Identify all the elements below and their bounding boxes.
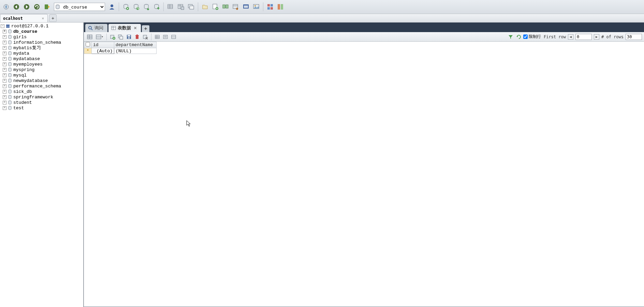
svg-rect-75 bbox=[135, 35, 139, 36]
expand-icon[interactable]: + bbox=[3, 52, 6, 55]
svg-rect-20 bbox=[181, 7, 184, 10]
refresh-data-button[interactable] bbox=[515, 33, 523, 41]
num-rows-input[interactable] bbox=[626, 34, 642, 40]
tree-root-label: root@127.0.0.1 bbox=[11, 24, 48, 29]
grid-view-button[interactable] bbox=[86, 33, 93, 41]
tree-db-node[interactable]: +mybatis复习 bbox=[0, 45, 83, 51]
table-export-csv-button[interactable] bbox=[231, 2, 240, 12]
form-view-button[interactable]: ▾ bbox=[94, 33, 104, 41]
tree-db-node[interactable]: +myemployees bbox=[0, 61, 83, 67]
duplicate-row-button[interactable] bbox=[117, 33, 125, 41]
expand-icon[interactable]: + bbox=[3, 84, 6, 88]
delete-row-button[interactable] bbox=[133, 33, 141, 41]
column-header-departmentname[interactable]: departmentName bbox=[114, 42, 157, 48]
svg-point-32 bbox=[254, 5, 256, 6]
expand-icon[interactable]: + bbox=[3, 46, 6, 50]
new-connection-button[interactable] bbox=[1, 2, 11, 12]
expand-icon[interactable]: + bbox=[3, 35, 6, 39]
expand-icon[interactable]: + bbox=[3, 101, 6, 104]
image-tool-button[interactable] bbox=[251, 2, 261, 12]
tab-query[interactable]: 询问 bbox=[85, 24, 107, 32]
db-export-button[interactable] bbox=[142, 2, 151, 12]
schema-compare-button[interactable] bbox=[265, 2, 275, 12]
row-pager: First row ◀ ▶ # of rows bbox=[544, 34, 642, 40]
collapse-icon[interactable]: − bbox=[1, 24, 4, 28]
nav-forward-button[interactable] bbox=[22, 2, 31, 12]
expand-icon[interactable]: + bbox=[3, 57, 6, 61]
first-row-input[interactable] bbox=[575, 34, 592, 40]
data-compare-button[interactable] bbox=[276, 2, 285, 12]
nav-back-button[interactable] bbox=[12, 2, 21, 12]
open-file-button[interactable] bbox=[200, 2, 210, 12]
execute-query-button[interactable] bbox=[42, 2, 52, 12]
tree-db-node[interactable]: +newmydatabase bbox=[0, 78, 83, 83]
view-text-button[interactable] bbox=[162, 33, 169, 41]
tree-db-label: student bbox=[13, 100, 32, 105]
expand-icon[interactable]: + bbox=[3, 90, 6, 94]
tree-db-node[interactable]: +girls bbox=[0, 34, 83, 40]
data-grid[interactable]: id departmentName *(Auto)(NULL) bbox=[84, 42, 644, 306]
tree-db-node[interactable]: +db_course bbox=[0, 29, 83, 34]
tab-tabledata-label: 表数据 bbox=[118, 25, 131, 31]
tree-db-node[interactable]: +mydatabase bbox=[0, 56, 83, 61]
column-header-id[interactable]: id bbox=[92, 42, 114, 48]
db-import-button[interactable] bbox=[152, 2, 161, 12]
filter-button[interactable] bbox=[507, 33, 514, 41]
tree-db-node[interactable]: +performance_schema bbox=[0, 83, 83, 89]
view-grid-button[interactable] bbox=[153, 33, 161, 41]
next-page-button[interactable]: ▶ bbox=[594, 34, 599, 40]
db-refresh-button[interactable] bbox=[131, 2, 141, 12]
table-alter-button[interactable] bbox=[176, 2, 186, 12]
limit-rows-checkbox[interactable]: 限制行 bbox=[523, 34, 541, 40]
tree-db-node[interactable]: +sick_db bbox=[0, 89, 83, 94]
tree-db-node[interactable]: +student bbox=[0, 100, 83, 105]
database-selector[interactable]: db_course bbox=[54, 3, 105, 11]
database-icon bbox=[8, 40, 12, 45]
save-row-button[interactable] bbox=[125, 33, 133, 41]
expand-icon[interactable]: + bbox=[3, 30, 6, 33]
tree-db-node[interactable]: +springframework bbox=[0, 94, 83, 100]
database-icon bbox=[8, 73, 12, 78]
table-row[interactable]: *(Auto)(NULL) bbox=[84, 48, 157, 54]
table-copy-button[interactable] bbox=[186, 2, 196, 12]
close-icon[interactable]: ✕ bbox=[41, 16, 45, 20]
cell-id[interactable]: (Auto) bbox=[92, 48, 114, 54]
database-select[interactable]: db_course bbox=[61, 3, 105, 11]
cell-departmentname[interactable]: (NULL) bbox=[114, 48, 157, 54]
tree-db-node[interactable]: +mysql bbox=[0, 72, 83, 78]
database-icon bbox=[8, 29, 12, 34]
db-create-button[interactable] bbox=[121, 2, 131, 12]
database-tree[interactable]: − root@127.0.0.1 +db_course+girls+inform… bbox=[0, 23, 84, 307]
expand-icon[interactable]: + bbox=[3, 106, 6, 110]
connection-tab-localhost[interactable]: ocalhost ✕ bbox=[0, 14, 48, 22]
select-all-checkbox[interactable] bbox=[84, 42, 92, 48]
tree-db-node[interactable]: +mydata bbox=[0, 51, 83, 56]
tree-root-node[interactable]: − root@127.0.0.1 bbox=[0, 23, 83, 29]
svg-rect-40 bbox=[6, 26, 10, 28]
tree-db-node[interactable]: +test bbox=[0, 105, 83, 111]
inner-tab-add[interactable]: ＋ bbox=[142, 25, 149, 32]
close-icon[interactable]: ✕ bbox=[134, 26, 137, 30]
user-manager-button[interactable] bbox=[107, 2, 117, 12]
tab-tabledata[interactable]: 表数据 ✕ bbox=[108, 24, 141, 32]
insert-row-button[interactable] bbox=[109, 33, 116, 41]
expand-icon[interactable]: + bbox=[3, 73, 6, 77]
connection-tab-add[interactable]: ＋ bbox=[49, 14, 57, 22]
expand-icon[interactable]: + bbox=[3, 41, 6, 44]
expand-icon[interactable]: + bbox=[3, 79, 6, 83]
expand-icon[interactable]: + bbox=[3, 62, 6, 66]
sql-add-button[interactable] bbox=[210, 2, 220, 12]
svg-rect-13 bbox=[168, 4, 173, 9]
tree-db-node[interactable]: +myspring bbox=[0, 67, 83, 72]
view-form-button[interactable] bbox=[170, 33, 177, 41]
table-create-button[interactable] bbox=[166, 2, 175, 12]
tree-db-node[interactable]: +information_schema bbox=[0, 40, 83, 45]
refresh-button[interactable] bbox=[32, 2, 42, 12]
prev-page-button[interactable]: ◀ bbox=[568, 34, 573, 40]
window-tool-button[interactable] bbox=[241, 2, 251, 12]
sql-sync-button[interactable] bbox=[221, 2, 230, 12]
expand-icon[interactable]: + bbox=[3, 68, 6, 72]
limit-rows-input[interactable] bbox=[523, 34, 528, 39]
expand-icon[interactable]: + bbox=[3, 95, 6, 99]
cancel-edit-button[interactable] bbox=[142, 33, 149, 41]
